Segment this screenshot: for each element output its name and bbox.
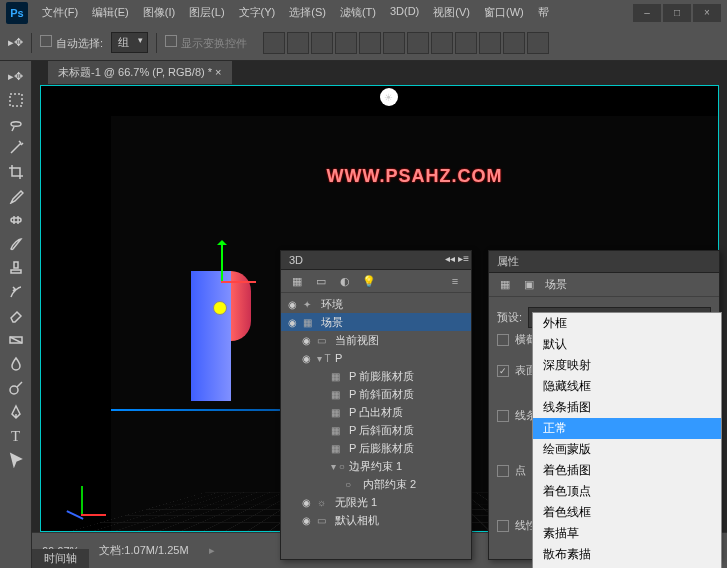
tree-row[interactable]: ◉✦环境 xyxy=(281,295,471,313)
gizmo-center[interactable] xyxy=(213,301,227,315)
visibility-icon[interactable]: ◉ xyxy=(299,497,313,508)
visibility-icon[interactable]: ◉ xyxy=(299,353,313,364)
menu-image[interactable]: 图像(I) xyxy=(137,3,181,22)
mesh-icon[interactable]: ▣ xyxy=(521,278,537,292)
visibility-icon[interactable]: ◉ xyxy=(285,317,299,328)
filter-mesh-icon[interactable]: ▭ xyxy=(313,274,329,288)
dropdown-item[interactable]: 着色线框 xyxy=(533,502,721,523)
visibility-icon[interactable]: ◉ xyxy=(285,299,299,310)
gradient-tool[interactable] xyxy=(4,329,28,351)
points-checkbox[interactable] xyxy=(497,465,509,477)
magic-wand-tool[interactable] xyxy=(4,137,28,159)
gizmo-y-axis[interactable] xyxy=(221,241,223,281)
filter-material-icon[interactable]: ◐ xyxy=(337,274,353,288)
move-tool[interactable]: ▸✥ xyxy=(4,65,28,87)
history-brush-tool[interactable] xyxy=(4,281,28,303)
panel-3d-header[interactable]: 3D ◂◂ ▸≡ xyxy=(281,251,471,270)
align-icon[interactable] xyxy=(479,32,501,54)
auto-select-checkbox[interactable]: 自动选择: xyxy=(40,35,103,51)
menu-3d[interactable]: 3D(D) xyxy=(384,3,425,22)
tree-row[interactable]: ◉▾ TP xyxy=(281,349,471,367)
preset-dropdown[interactable]: 外框默认深度映射隐藏线框线条插图正常绘画蒙版着色插图着色顶点着色线框素描草散布素… xyxy=(532,312,722,568)
tree-row[interactable]: ◉▦场景 xyxy=(281,313,471,331)
dodge-tool[interactable] xyxy=(4,377,28,399)
tree-row[interactable]: ▦P 后斜面材质 xyxy=(281,421,471,439)
dropdown-item[interactable]: 隐藏线框 xyxy=(533,376,721,397)
blur-tool[interactable] xyxy=(4,353,28,375)
crop-tool[interactable] xyxy=(4,161,28,183)
timeline-tab[interactable]: 时间轴 xyxy=(32,549,89,568)
stamp-tool[interactable] xyxy=(4,257,28,279)
align-icon[interactable] xyxy=(335,32,357,54)
align-icon[interactable] xyxy=(263,32,285,54)
gizmo-x-axis[interactable] xyxy=(221,281,256,283)
panel-properties-header[interactable]: 属性 xyxy=(489,251,719,273)
dropdown-item[interactable]: 正常 xyxy=(533,418,721,439)
menu-filter[interactable]: 滤镜(T) xyxy=(334,3,382,22)
tree-row[interactable]: ▦P 前斜面材质 xyxy=(281,385,471,403)
show-transform-checkbox[interactable]: 显示变换控件 xyxy=(165,35,247,51)
align-icon[interactable] xyxy=(431,32,453,54)
marquee-tool[interactable] xyxy=(4,89,28,111)
scene-icon[interactable]: ▦ xyxy=(497,278,513,292)
eraser-tool[interactable] xyxy=(4,305,28,327)
eyedropper-tool[interactable] xyxy=(4,185,28,207)
panel-menu-icon[interactable]: ≡ xyxy=(447,274,463,288)
dropdown-item[interactable]: 默认 xyxy=(533,334,721,355)
3d-object-p[interactable] xyxy=(181,271,251,401)
visibility-icon[interactable]: ◉ xyxy=(299,515,313,526)
tree-row[interactable]: ◉▭当前视图 xyxy=(281,331,471,349)
filter-scene-icon[interactable]: ▦ xyxy=(289,274,305,288)
minimize-button[interactable]: – xyxy=(633,4,661,22)
healing-tool[interactable] xyxy=(4,209,28,231)
align-icon[interactable] xyxy=(407,32,429,54)
path-select-tool[interactable] xyxy=(4,449,28,471)
auto-select-target[interactable]: 组 xyxy=(111,32,148,53)
dropdown-item[interactable]: 绘画蒙版 xyxy=(533,439,721,460)
type-tool[interactable]: T xyxy=(4,425,28,447)
align-icon[interactable] xyxy=(311,32,333,54)
maximize-button[interactable]: □ xyxy=(663,4,691,22)
menu-type[interactable]: 文字(Y) xyxy=(233,3,282,22)
dropdown-item[interactable]: 外框 xyxy=(533,313,721,334)
visibility-icon[interactable]: ◉ xyxy=(299,335,313,346)
tree-row[interactable]: ◉▭默认相机 xyxy=(281,511,471,529)
surface-checkbox[interactable]: ✓ xyxy=(497,365,509,377)
dropdown-item[interactable]: 素描草 xyxy=(533,523,721,544)
menu-help[interactable]: 帮 xyxy=(532,3,555,22)
document-tab[interactable]: 未标题-1 @ 66.7% (P, RGB/8) * × xyxy=(48,61,232,84)
dropdown-item[interactable]: 着色插图 xyxy=(533,460,721,481)
menu-window[interactable]: 窗口(W) xyxy=(478,3,530,22)
dropdown-item[interactable]: 散布素描 xyxy=(533,544,721,565)
lasso-tool[interactable] xyxy=(4,113,28,135)
menu-view[interactable]: 视图(V) xyxy=(427,3,476,22)
menu-file[interactable]: 文件(F) xyxy=(36,3,84,22)
lines-checkbox[interactable] xyxy=(497,410,509,422)
panel-menu-icon[interactable]: ◂◂ ▸≡ xyxy=(445,253,469,264)
brush-tool[interactable] xyxy=(4,233,28,255)
menu-layer[interactable]: 图层(L) xyxy=(183,3,230,22)
panel-3d[interactable]: 3D ◂◂ ▸≡ ▦ ▭ ◐ 💡 ≡ ◉✦环境◉▦场景◉▭当前视图◉▾ TP▦P… xyxy=(280,250,472,560)
align-icon[interactable] xyxy=(287,32,309,54)
dropdown-item[interactable]: 着色顶点 xyxy=(533,481,721,502)
align-icon[interactable] xyxy=(455,32,477,54)
align-icon[interactable] xyxy=(383,32,405,54)
align-icon[interactable] xyxy=(503,32,525,54)
tree-row[interactable]: ○内部约束 2 xyxy=(281,475,471,493)
pen-tool[interactable] xyxy=(4,401,28,423)
close-button[interactable]: × xyxy=(693,4,721,22)
dropdown-item[interactable]: 深度映射 xyxy=(533,355,721,376)
dropdown-item[interactable]: 线条插图 xyxy=(533,397,721,418)
linearize-checkbox[interactable] xyxy=(497,520,509,532)
tree-row[interactable]: ▦P 凸出材质 xyxy=(281,403,471,421)
tree-row[interactable]: ▦P 前膨胀材质 xyxy=(281,367,471,385)
tree-row[interactable]: ◉☼无限光 1 xyxy=(281,493,471,511)
doc-info[interactable]: 文档:1.07M/1.25M xyxy=(99,543,188,558)
menu-select[interactable]: 选择(S) xyxy=(283,3,332,22)
3d-light-widget[interactable]: ☀ xyxy=(380,88,398,106)
menu-edit[interactable]: 编辑(E) xyxy=(86,3,135,22)
tree-row[interactable]: ▦P 后膨胀材质 xyxy=(281,439,471,457)
mode-3d-icon[interactable] xyxy=(527,32,549,54)
tree-row[interactable]: ▾ ○边界约束 1 xyxy=(281,457,471,475)
cross-section-checkbox[interactable] xyxy=(497,334,509,346)
